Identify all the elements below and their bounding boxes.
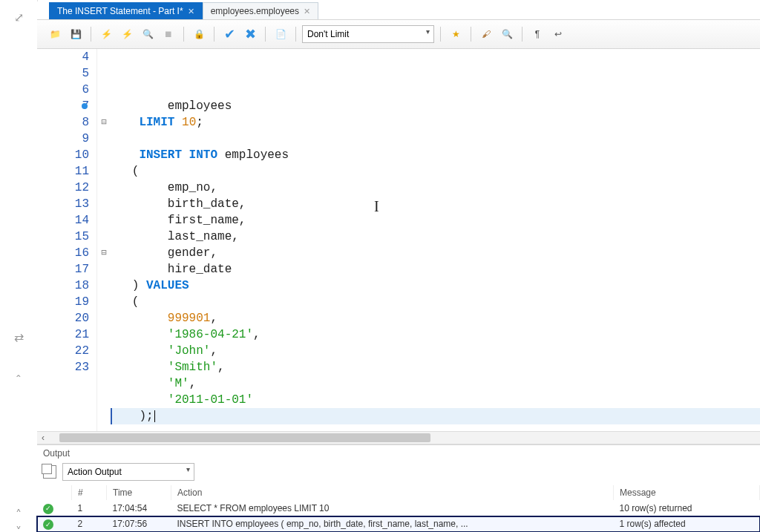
line-number: 8 bbox=[37, 114, 89, 131]
cell-idx: 1 bbox=[72, 500, 107, 516]
stop-button[interactable]: ⏹ bbox=[160, 25, 177, 43]
col-time: Time bbox=[107, 485, 171, 500]
toggle-autocommit-button[interactable]: 🔒 bbox=[190, 25, 208, 43]
line-number: 21 bbox=[37, 326, 89, 343]
code-area[interactable]: I employees LIMIT 10; INSERT INTO employ… bbox=[111, 49, 760, 431]
pilcrow-icon: ¶ bbox=[535, 29, 540, 39]
code-line[interactable]: ( bbox=[111, 163, 760, 180]
output-header-row: # Time Action Message bbox=[37, 485, 760, 500]
code-line[interactable]: '1986-04-21', bbox=[111, 326, 760, 343]
sql-editor[interactable]: 4567891011121314151617181920212223 ⊟⊟ I … bbox=[37, 49, 760, 431]
code-line[interactable]: employees bbox=[111, 98, 760, 114]
output-toolbar bbox=[37, 462, 760, 485]
code-line[interactable]: 'M', bbox=[111, 375, 760, 392]
close-icon[interactable]: ✕ bbox=[188, 3, 194, 19]
scroll-thumb[interactable] bbox=[59, 433, 430, 442]
line-number: 12 bbox=[37, 180, 89, 196]
fold-gutter-cell bbox=[97, 65, 111, 82]
output-mode-select[interactable] bbox=[62, 463, 194, 481]
line-number: 20 bbox=[37, 310, 89, 326]
fold-gutter-cell bbox=[97, 212, 111, 229]
fold-gutter-cell bbox=[97, 326, 111, 343]
editor-horizontal-scrollbar[interactable]: ‹ bbox=[37, 431, 760, 444]
stop-icon: ⏹ bbox=[164, 29, 173, 39]
toolbar-separator bbox=[214, 27, 214, 42]
line-number: 23 bbox=[37, 359, 89, 375]
code-line[interactable]: 'John', bbox=[111, 343, 760, 359]
tab-insert-statement[interactable]: The INSERT Statement - Part I* ✕ bbox=[49, 2, 203, 19]
code-line[interactable]: LIMIT 10; bbox=[111, 114, 760, 131]
code-line[interactable]: ( bbox=[111, 294, 760, 310]
toolbar-separator bbox=[183, 27, 184, 42]
fold-gutter-cell bbox=[97, 147, 111, 163]
scroll-left-icon[interactable]: ‹ bbox=[37, 432, 49, 444]
explain-button[interactable]: 🔍 bbox=[139, 25, 157, 43]
save-button[interactable]: 💾 bbox=[67, 25, 85, 43]
code-line[interactable]: gender, bbox=[111, 245, 760, 261]
line-number: 18 bbox=[37, 278, 89, 294]
execute-current-button[interactable]: ⚡ bbox=[118, 25, 136, 43]
cell-action: INSERT INTO employees ( emp_no, birth_da… bbox=[171, 516, 614, 533]
snippets-button[interactable]: 📄 bbox=[272, 25, 289, 43]
code-line[interactable]: birth_date, bbox=[111, 196, 760, 212]
execute-button[interactable]: ⚡ bbox=[97, 25, 115, 43]
code-line[interactable]: emp_no, bbox=[111, 180, 760, 196]
fold-toggle-icon[interactable]: ⊟ bbox=[97, 245, 111, 261]
find-button[interactable]: 🔍 bbox=[498, 25, 516, 43]
brush-button[interactable]: 🖌 bbox=[477, 25, 495, 43]
fold-gutter-cell bbox=[97, 294, 111, 310]
save-icon: 💾 bbox=[71, 29, 82, 39]
lock-icon: 🔒 bbox=[194, 29, 205, 39]
spinner-down-icon[interactable]: ˅ bbox=[0, 520, 37, 532]
col-action: Action bbox=[171, 485, 614, 500]
fold-gutter-cell bbox=[97, 310, 111, 326]
expand-icon[interactable]: ⤢ bbox=[0, 6, 37, 29]
left-sidebar: ⤢ ⇄ ˆ ˄ ˅ bbox=[0, 0, 38, 532]
fold-column: ⊟⊟ bbox=[97, 49, 111, 431]
code-line[interactable]: hire_date bbox=[111, 261, 760, 278]
copy-icon[interactable] bbox=[43, 465, 56, 479]
cell-message: 1 row(s) affected bbox=[614, 516, 760, 533]
code-line[interactable]: first_name, bbox=[111, 212, 760, 229]
limit-rows-select[interactable] bbox=[302, 25, 434, 43]
line-number: 15 bbox=[37, 229, 89, 245]
statement-marker-icon bbox=[82, 103, 88, 109]
code-line[interactable]: 'Smith', bbox=[111, 359, 760, 375]
line-number: 22 bbox=[37, 343, 89, 359]
fold-toggle-icon[interactable]: ⊟ bbox=[97, 114, 111, 131]
fold-gutter-cell bbox=[97, 82, 111, 98]
cell-time: 17:04:54 bbox=[107, 500, 171, 516]
fold-gutter-cell bbox=[97, 49, 111, 65]
fold-gutter-cell bbox=[97, 196, 111, 212]
code-line[interactable]: ); bbox=[111, 408, 760, 424]
toolbar-separator bbox=[522, 27, 522, 42]
toggle-invisible-button[interactable]: ¶ bbox=[528, 25, 546, 43]
code-line[interactable]: 999901, bbox=[111, 310, 760, 326]
open-file-button[interactable]: 📁 bbox=[46, 25, 64, 43]
output-row[interactable]: ✓117:04:54SELECT * FROM employees LIMIT … bbox=[37, 500, 760, 516]
tab-label: The INSERT Statement - Part I* bbox=[57, 3, 183, 19]
close-icon[interactable]: ✕ bbox=[304, 3, 310, 19]
cell-action: SELECT * FROM employees LIMIT 10 bbox=[171, 500, 614, 516]
text-cursor-icon: I bbox=[374, 198, 379, 214]
wrap-icon: ↩ bbox=[554, 29, 562, 39]
commit-button[interactable]: ✔ bbox=[220, 25, 238, 43]
code-line[interactable]: last_name, bbox=[111, 229, 760, 245]
line-number: 5 bbox=[37, 65, 89, 82]
rollback-button[interactable]: ✖ bbox=[241, 25, 259, 43]
refresh-icon[interactable]: ⇄ bbox=[0, 326, 37, 349]
fold-gutter-cell bbox=[97, 98, 111, 114]
wrap-button[interactable]: ↩ bbox=[549, 25, 567, 43]
beautify-button[interactable]: ★ bbox=[447, 25, 465, 43]
code-line[interactable] bbox=[111, 131, 760, 147]
output-row[interactable]: ✓217:07:56INSERT INTO employees ( emp_no… bbox=[37, 516, 760, 533]
code-line[interactable]: INSERT INTO employees bbox=[111, 147, 760, 163]
chevron-up-icon[interactable]: ˆ bbox=[0, 370, 37, 392]
code-line[interactable]: '2011-01-01' bbox=[111, 392, 760, 408]
line-number: 16 bbox=[37, 245, 89, 261]
magnify-icon: 🔍 bbox=[142, 29, 154, 39]
code-line[interactable]: ) VALUES bbox=[111, 278, 760, 294]
fold-gutter-cell bbox=[97, 131, 111, 147]
tab-employees-employees[interactable]: employees.employees ✕ bbox=[203, 2, 318, 19]
line-number: 6 bbox=[37, 82, 89, 98]
